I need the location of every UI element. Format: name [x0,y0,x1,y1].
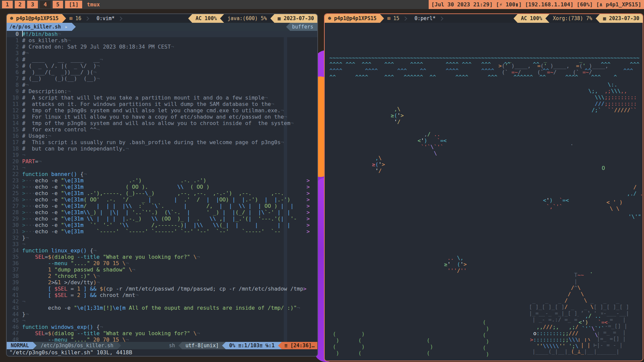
left-terminal-window[interactable]: ☻ p4p1@p4p1XPS15 ⊞ 16 0:vim* AC 100% jav… [6,13,318,357]
aq-castle-fish-big: ,,///;, ,;/ o::::::::;;///>:::::::::;;\\… [530,324,579,349]
right-window-number: ⊞ 15 [384,14,403,23]
calendar-icon: ▦ [603,15,606,21]
chevron-separator-icon [85,16,89,21]
aq-castle-fish-small: ,/ ..<') `=< `'`\`'` \ [579,313,608,338]
aq-ducks: _ _ _>(' )____, =(' )____, =(' )____, (`… [498,56,608,75]
vim-line-4: 4# ____ __ ____ __¬ [7,56,317,63]
vim-line-1: 1# os_killer.sh¬ [7,37,317,44]
vim-line-31: 31>···echo -e "\e[31m `-----' `-----' `-… [7,228,317,235]
powerline-arrow [62,14,66,23]
aq-fish-fragment-top-right: /,./ .. [627,184,642,197]
powerline-arrow [220,14,224,23]
vim-tabline: /e/p/os_killer.sh ▸ buffers [7,23,317,31]
vim-line-33: 33¬ [7,241,317,247]
vim-statusline: NORMAL /etc/p3ng0s/os_killer.sh sh utf-8… [7,342,317,349]
vim-line-21: 21¬ [7,165,317,171]
vim-line-11: 11# attacks on it. For windows partition… [7,101,317,107]
vim-line-10: 10# A script that will let you take a pa… [7,95,317,101]
powerline-arrow [72,23,76,31]
vim-line-5: 5# ( _ \ /. |( _ \/ )¬ [7,63,317,69]
vim-line-22: 22function banner() {¬ [7,171,317,177]
vim-line-14: 14# tmp of the p3ng0s system and will al… [7,120,317,126]
vim-line-43: 43 echo -e "\e[1;31m[!]\e[m All of the o… [7,305,317,311]
vim-line-19: 19¬ [7,152,317,158]
aq-fish-right-cyan: .. \,≥' ('> '''/'' [444,255,467,274]
tmux-window-1[interactable]: 1 [2,1,13,8]
vim-line-41: 41 [ $SEL = 2 ] && chroot /mnt¬ [7,292,317,298]
vim-line-20: 20PART=¬ [7,158,317,165]
aq-small-fish-green: ,\≥('> '/ [391,106,404,125]
vim-line-3: 3#¬ [7,50,317,56]
grid-icon: ⊞ [387,15,390,21]
powerline-arrow [222,342,226,349]
powerline-arrow [178,342,182,349]
aq-fish-left-blue: ,/ ..<') `=< `'`\`'` \ [418,131,447,157]
left-cpu-process: java:(600) 5% [224,14,270,23]
tmux-window-5[interactable]: 5 [53,1,63,8]
vim-line-34: 34function linux_exp() {¬ [7,247,317,254]
vim-buffers-label[interactable]: buffers [290,23,317,31]
vim-line-16: 16# Usage:¬ [7,133,317,139]
vim-line-38: 38 2 "chroot :)" \¬ [7,273,317,279]
aq-fish-left-cyan: <') `=< `,`'` [543,197,569,210]
aq-seaweed-4: ( )( )( ) [483,319,489,357]
aq-fish-fragment-orange: < ' ) \ \ [606,199,623,212]
vim-line-45: 45¬ [7,317,317,324]
vim-line-47: 47 SEL=$(dialog --title "What are you lo… [7,330,317,337]
vim-line-35: 35 SEL=$(dialog --title "What are you lo… [7,254,317,260]
vim-line-12: 12# tmp of the p3ng0s system and will al… [7,107,317,114]
tmux-window-4[interactable]: 4 [40,1,51,8]
powerline-arrow [188,14,192,23]
vim-line-25: 25>···echo -e "\e[31m .-'),-----. (_)---… [7,190,317,196]
vim-mode-indicator: NORMAL [7,342,33,349]
vim-line-13: 13# For linux it will allow you to have … [7,114,317,120]
vim-cmdline: "/etc/p3ng0s/os_killer.sh" 103L, 4418B [7,349,317,356]
vim-tab-current-file[interactable]: /e/p/os_killer.sh ▸ [7,23,72,31]
powerline-arrow [33,342,37,349]
vim-encoding: utf-8[unix] [182,342,222,349]
aq-small-fish-red: ,\≥('> '/ [372,155,385,174]
vim-line-32: 32}¬ [7,235,317,241]
user-icon: ☻ [328,15,331,21]
vim-line-24: 24>···echo -e "\e[31m ( OO ). \\ ( OO ) … [7,184,317,190]
aq-big-fish-right-edge: \:.\;, ,;\\\,, \\\;;:::::::: ///;;::::::… [588,81,637,113]
vim-line-42: 42¬ [7,298,317,305]
chevron-separator-icon [439,16,443,21]
aq-bubble-small: . [570,140,574,146]
vim-line-8: 8#¬ [7,82,317,88]
chevron-separator-icon [403,16,407,21]
vim-line-39: 39 2>&1 >/dev/tty)¬ [7,279,317,286]
tmux-window-3[interactable]: 3 [27,1,38,8]
terminal-icon: ▸ [64,24,69,30]
aq-seaweed-3: ( )( [427,337,433,356]
vim-line-29: 29>···echo -e "\e[31m \\ | | | |.-._) \\… [7,216,317,222]
right-power-status: AC 100% [518,14,545,23]
desktop: 12345[1] tmux [Jul 30 2023 21:29] [⚡ 100… [0,0,644,362]
vim-line-2: 2# Created on: Sat 29 Jul 2023 08:18:34 … [7,44,317,50]
grid-icon: ⊞ [69,15,72,21]
tmux-session-title: tmux [87,1,100,8]
vim-line-44: 44}¬ [7,311,317,317]
vim-line-0: 0#!/bin/bash¬ [7,31,317,37]
right-host-segment: ☻ p4p1@p4p1XPS15 [325,14,380,23]
vim-buffer[interactable]: 0#!/bin/bash¬1# os_killer.sh¬2# Created … [7,31,317,342]
right-terminal-window[interactable]: ☻ p4p1@p4p1XPS15 ⊞ 15 0:perl* AC 100% Xo… [324,13,643,361]
tmux-window-2[interactable]: 2 [15,1,25,8]
vim-line-17: 17# This script is usually run by .bash_… [7,139,317,145]
asciiquarium: ~~~~~~~~~~~~~~~~~~~~~~~~~~~~~~~~~~~~~~~~… [329,25,642,360]
aq-fish-fragment-edge: '\'" [628,214,641,220]
right-pane-statusbar: ☻ p4p1@p4p1XPS15 ⊞ 15 0:perl* AC 100% Xo… [325,14,643,23]
powerline-arrow [278,342,282,349]
vim-line-36: 36 --menu "...." 20 70 15 \¬ [7,260,317,266]
tmux-status-right: [Jul 30 2023 21:29] [⚡ 100▮] [192.168.1.… [429,0,644,9]
tmux-window-1[interactable]: [1] [65,1,82,8]
vim-line-46: 46function windows_exp() {¬ [7,324,317,330]
powerline-arrow [545,14,549,23]
vim-line-27: 27>···echo -e "\e[31m/ | | | |\\ :` `\`.… [7,203,317,209]
left-host-segment: ☻ p4p1@p4p1XPS15 [7,14,62,23]
vim-line-23: 23>···echo -e "\e[31m .-') .-. .-') > [7,177,317,184]
aq-seaweed-2: )( )( [358,331,365,356]
right-date-segment: ▦ 2023-07-30 [600,14,643,23]
powerline-arrow [596,14,600,23]
vim-line-6: 6# )___/(_ _))___/ )(¬ [7,69,317,75]
